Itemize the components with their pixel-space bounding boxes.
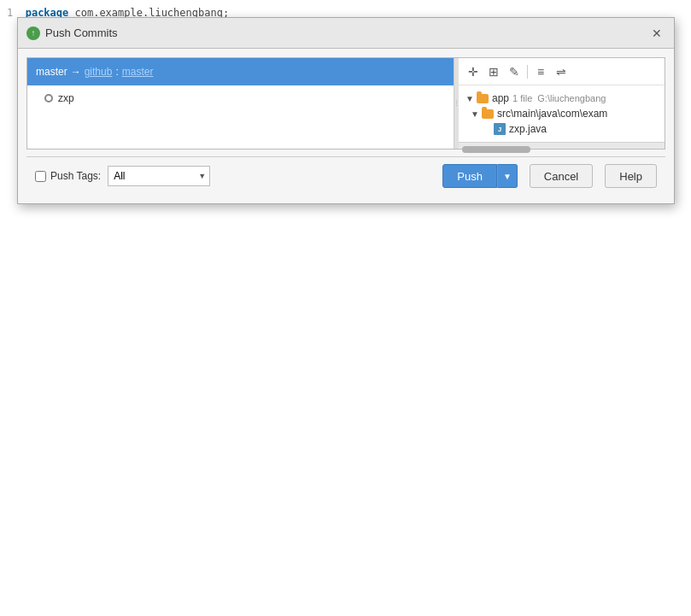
- push-icon: [26, 26, 40, 40]
- action-buttons: Push ▼: [442, 164, 518, 188]
- src-label: src\main\java\com\exam: [497, 108, 607, 120]
- dialog-title: Push Commits: [45, 26, 118, 39]
- edit-button[interactable]: ✎: [505, 62, 524, 81]
- file-count: 1 file: [512, 93, 532, 103]
- remote-link[interactable]: github: [85, 66, 113, 78]
- tree-row-zxp[interactable]: zxp.java: [462, 121, 661, 137]
- push-tags-select-wrapper: All None Matching: [108, 166, 210, 186]
- tree-toggle-src: ▼: [471, 109, 479, 119]
- group-button[interactable]: ⊞: [484, 62, 503, 81]
- branch-arrow: →: [71, 66, 81, 78]
- help-button[interactable]: Help: [605, 164, 657, 188]
- folder-icon-src: [482, 109, 494, 119]
- scrollbar-thumb: [462, 146, 530, 153]
- commit-item[interactable]: zxp: [27, 89, 454, 108]
- dialog-body: master → github : master zxp ···: [18, 49, 674, 203]
- dialog-titlebar: Push Commits ✕: [18, 18, 674, 49]
- push-tags-checkbox[interactable]: [35, 171, 46, 182]
- push-dropdown-button[interactable]: ▼: [497, 164, 518, 188]
- commit-label: zxp: [58, 92, 74, 104]
- dialog-title-left: Push Commits: [26, 26, 118, 40]
- target-branch[interactable]: master: [122, 66, 154, 78]
- scrollbar-area[interactable]: [459, 142, 665, 149]
- push-commits-dialog: Push Commits ✕ master → github : master: [17, 17, 675, 204]
- commits-list: zxp: [27, 85, 454, 149]
- cancel-button[interactable]: Cancel: [530, 164, 593, 188]
- toolbar-separator: [527, 65, 528, 79]
- branch-header: master → github : master: [27, 58, 454, 85]
- filter-button[interactable]: ≡: [531, 62, 550, 81]
- tree-row-app[interactable]: ▼ app 1 file G:\liuchengbang: [462, 91, 661, 106]
- commit-dot: [44, 94, 53, 103]
- bottom-bar: Push Tags: All None Matching Push ▼ Canc…: [26, 156, 665, 195]
- source-branch: master: [36, 66, 67, 78]
- push-tags-label[interactable]: Push Tags:: [50, 170, 101, 182]
- close-button[interactable]: ✕: [648, 25, 665, 42]
- app-path: G:\liuchengbang: [537, 93, 606, 103]
- left-panel: master → github : master zxp: [27, 58, 454, 149]
- tree-row-src[interactable]: ▼ src\main\java\com\exam: [462, 106, 661, 121]
- tree-toggle-app: ▼: [466, 94, 474, 103]
- java-file-icon: [494, 123, 506, 135]
- right-panel: ✛ ⊞ ✎ ≡ ⇌ ▼ app 1 file G:\liuchengbang: [459, 58, 665, 149]
- push-tags-select[interactable]: All None Matching: [108, 166, 210, 186]
- file-tree: ▼ app 1 file G:\liuchengbang ▼ src\main\…: [459, 85, 665, 142]
- right-toolbar: ✛ ⊞ ✎ ≡ ⇌: [459, 58, 665, 85]
- branch-separator: :: [115, 66, 118, 78]
- push-tags-section: Push Tags:: [35, 170, 101, 182]
- zxp-label: zxp.java: [509, 123, 547, 135]
- app-label: app: [492, 92, 509, 104]
- sort-button[interactable]: ⇌: [552, 62, 571, 81]
- pin-button[interactable]: ✛: [464, 62, 483, 81]
- folder-icon-app: [477, 94, 489, 103]
- push-button[interactable]: Push: [442, 164, 497, 188]
- main-panels: master → github : master zxp ···: [26, 57, 665, 150]
